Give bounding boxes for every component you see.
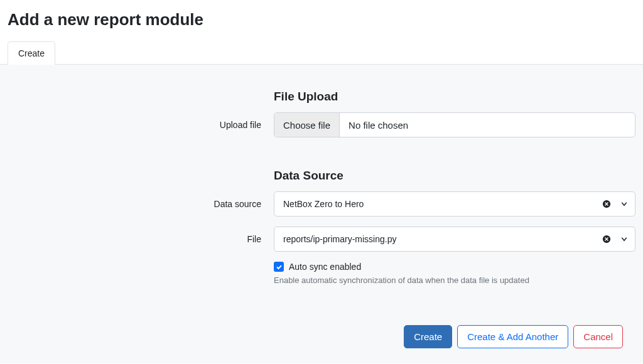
- chevron-down-icon[interactable]: [620, 200, 629, 208]
- data-source-value: NetBox Zero to Hero: [283, 199, 602, 209]
- create-add-another-button[interactable]: Create & Add Another: [457, 325, 568, 348]
- choose-file-button[interactable]: Choose file: [274, 113, 340, 137]
- section-title-data-source: Data Source: [274, 169, 635, 183]
- clear-icon[interactable]: [602, 235, 611, 244]
- form-actions: Create Create & Add Another Cancel: [20, 297, 623, 348]
- upload-file-label: Upload file: [20, 120, 274, 130]
- cancel-button[interactable]: Cancel: [573, 325, 623, 348]
- auto-sync-checkbox[interactable]: [274, 262, 284, 272]
- file-value: reports/ip-primary-missing.py: [283, 234, 602, 244]
- upload-file-input[interactable]: Choose file No file chosen: [274, 112, 635, 137]
- form-body: File Upload Upload file Choose file No f…: [0, 65, 643, 363]
- section-title-file-upload: File Upload: [274, 90, 635, 104]
- file-chosen-text: No file chosen: [340, 113, 417, 137]
- create-button[interactable]: Create: [404, 325, 452, 348]
- data-source-label: Data source: [20, 199, 274, 209]
- file-select[interactable]: reports/ip-primary-missing.py: [274, 227, 635, 252]
- tab-bar: Create: [0, 41, 643, 65]
- page-title: Add a new report module: [0, 0, 643, 41]
- chevron-down-icon[interactable]: [620, 235, 629, 244]
- auto-sync-label: Auto sync enabled: [289, 262, 361, 272]
- tab-create[interactable]: Create: [8, 41, 55, 65]
- clear-icon[interactable]: [602, 200, 611, 208]
- file-label: File: [20, 234, 274, 244]
- data-source-select[interactable]: NetBox Zero to Hero: [274, 191, 635, 217]
- auto-sync-help: Enable automatic synchronization of data…: [274, 276, 623, 285]
